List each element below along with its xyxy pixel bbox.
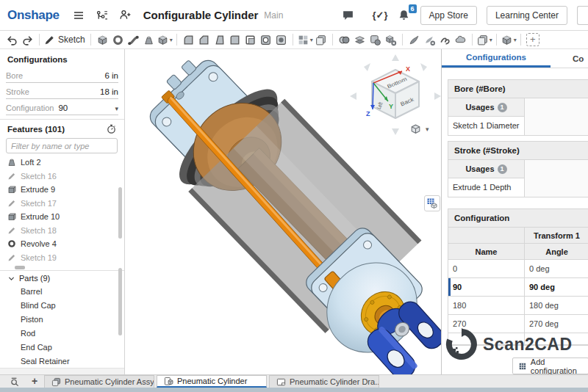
feature-item[interactable]: Sketch 16 (0, 170, 124, 184)
tab-configured-cut[interactable]: Co (573, 49, 584, 68)
parts-scrollbar[interactable] (118, 268, 122, 335)
part-item[interactable]: Blind Cap (0, 298, 124, 312)
3d-model-pneumatic-cylinder[interactable]: Bottom Left Back X Y Z (126, 49, 441, 374)
section-title[interactable]: Configuration (448, 209, 588, 228)
document-tab-partstudio[interactable]: Pneumatic Cylinder (157, 375, 267, 388)
chevron-down-icon[interactable]: ▾ (115, 105, 118, 112)
config-input-value[interactable]: 18 in (100, 87, 118, 96)
config-row-name[interactable]: 270 (448, 315, 525, 333)
intersection-icon[interactable] (368, 32, 383, 48)
section-title[interactable]: Bore (#Bore) (448, 80, 588, 98)
config-input-value[interactable]: 90 (58, 104, 115, 112)
config-row-empty[interactable] (448, 333, 525, 345)
feature-item[interactable]: Revolve 4 (0, 237, 124, 251)
draft-icon[interactable] (212, 32, 227, 48)
hole-icon[interactable] (273, 32, 289, 48)
fillet-curve-icon[interactable] (406, 32, 422, 48)
config-input-value[interactable]: 6 in (104, 71, 118, 80)
versions-history-icon[interactable] (93, 7, 111, 24)
surface-tools-icon[interactable]: ▾ (476, 32, 492, 48)
delete-part-icon[interactable] (383, 32, 398, 48)
config-input-bore[interactable]: Bore 6 in (6, 67, 118, 83)
feature-item[interactable]: Sketch 19 (0, 251, 124, 265)
part-item[interactable]: Seal Retainer (0, 354, 124, 368)
config-row-empty[interactable] (525, 333, 588, 345)
horizontal-scrollbar-track[interactable] (0, 368, 124, 374)
linear-pattern-icon[interactable]: ▾ (297, 32, 313, 48)
config-row-angle[interactable]: 90 deg (525, 278, 588, 297)
document-tab-drawing[interactable]: Pneumatic Cylinder Dra... (269, 375, 379, 388)
revolve-icon[interactable] (110, 32, 126, 48)
hamburger-menu-icon[interactable] (70, 7, 87, 24)
usages-header[interactable]: Usages1 (448, 160, 525, 178)
rib-icon[interactable] (227, 32, 243, 48)
feature-filter-input[interactable] (6, 138, 118, 153)
feature-item[interactable]: Loft 2 (0, 156, 124, 170)
part-item[interactable]: Barrel (0, 284, 124, 298)
chamfer-icon[interactable] (196, 32, 212, 48)
regenerate-timer-icon[interactable] (106, 123, 117, 134)
config-row-angle[interactable]: 270 deg (525, 315, 588, 333)
header-overflow-button[interactable] (577, 6, 588, 25)
config-row-name[interactable]: 0 (448, 260, 525, 278)
config-row-name[interactable]: 90 (448, 278, 525, 297)
offset-curve-icon[interactable] (437, 32, 453, 48)
features-scrollbar[interactable] (118, 187, 122, 239)
feature-item[interactable]: Sketch 18 (0, 224, 124, 238)
trim-curve-icon[interactable] (422, 32, 437, 48)
config-row-name[interactable]: 180 (448, 297, 525, 315)
add-configuration-button[interactable]: Add configuration (512, 357, 588, 374)
part-item[interactable]: Piston (0, 312, 124, 326)
workspace-name[interactable]: Main (264, 10, 283, 21)
extrude-icon[interactable] (95, 32, 110, 48)
section-title[interactable]: Stroke (#Stroke) (448, 142, 588, 160)
mirror-icon[interactable] (313, 32, 329, 48)
config-row-angle[interactable]: 0 deg (525, 260, 588, 278)
view-options-menu[interactable]: ▾ (409, 123, 429, 135)
add-custom-feature-button[interactable]: + (526, 33, 539, 46)
learning-center-button[interactable]: Learning Center (487, 6, 567, 25)
tab-configurations[interactable]: Configurations (442, 49, 551, 68)
config-row-angle[interactable]: 180 deg (525, 297, 588, 315)
usage-row[interactable]: Extrude 1 Depth (448, 178, 525, 197)
config-input-stroke[interactable]: Stroke 18 in (6, 83, 118, 99)
config-input-configuration[interactable]: Configuration 90 ▾ (6, 99, 118, 115)
part-item[interactable]: End Cap (0, 340, 124, 354)
manage-tabs-icon[interactable] (4, 375, 25, 388)
usages-header[interactable]: Usages1 (448, 98, 525, 117)
notifications-bell-icon[interactable]: 6 (398, 9, 411, 22)
shell-icon[interactable] (243, 32, 258, 48)
feature-item[interactable]: Extrude 9 (0, 183, 124, 197)
rollback-bar[interactable] (15, 266, 25, 269)
insert-derived-icon[interactable]: ▾ (501, 32, 517, 48)
redo-icon[interactable] (20, 32, 35, 48)
undo-icon[interactable] (4, 32, 20, 48)
composite-curve-icon[interactable] (453, 32, 468, 48)
thicken-icon[interactable]: ▾ (157, 32, 173, 48)
feature-item[interactable]: Extrude 10 (0, 210, 124, 224)
3d-viewport[interactable]: Bottom Left Back X Y Z ▾ (126, 49, 441, 374)
fillet-icon[interactable] (181, 32, 196, 48)
column-header-angle[interactable]: Angle (525, 244, 588, 260)
sweep-icon[interactable] (126, 32, 141, 48)
comment-icon[interactable] (340, 7, 357, 24)
sketch-icon[interactable]: Sketch (43, 32, 87, 48)
app-store-button[interactable]: App Store (420, 6, 477, 25)
new-tab-button[interactable]: + (25, 375, 44, 388)
part-item[interactable]: Rod (0, 326, 124, 340)
column-header-name[interactable]: Name (448, 244, 525, 260)
enclose-icon[interactable] (258, 32, 273, 48)
feature-item[interactable]: Sketch 17 (0, 197, 124, 211)
boolean-icon[interactable] (337, 32, 352, 48)
document-title[interactable]: Configurable Cylinder (143, 9, 259, 21)
parts-heading[interactable]: Parts (9) (0, 270, 124, 284)
configuration-panel-toggle[interactable] (424, 195, 440, 211)
table-group-header[interactable]: Transform 1 (525, 228, 588, 244)
onshape-logo[interactable]: Onshape (7, 8, 60, 23)
document-tab-assembly[interactable]: Pneumatic Cylinder Assy (44, 375, 154, 388)
feature-script-check-icon[interactable]: {✓} (373, 10, 388, 21)
share-icon[interactable] (117, 7, 135, 24)
split-icon[interactable] (352, 32, 368, 48)
loft-icon[interactable] (141, 32, 157, 48)
usage-row[interactable]: Sketch 1 Diameter (448, 117, 525, 135)
